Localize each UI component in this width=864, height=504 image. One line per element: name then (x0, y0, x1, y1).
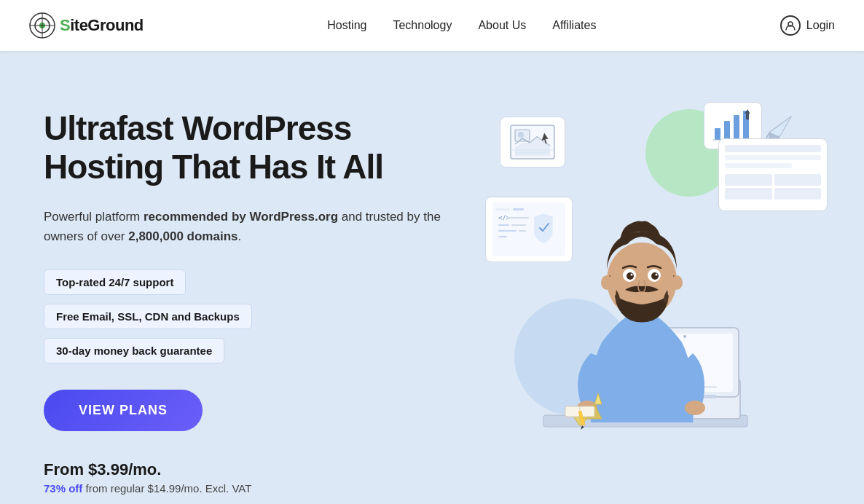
view-plans-button[interactable]: VIEW PLANS (44, 390, 203, 431)
svg-rect-22 (511, 224, 526, 226)
nav-about-us[interactable]: About Us (478, 19, 526, 32)
site-header: SiteGround Hosting Technology About Us A… (0, 0, 864, 51)
svg-rect-12 (724, 121, 730, 140)
main-nav: Hosting Technology About Us Affiliates (327, 19, 596, 32)
login-button[interactable]: Login (780, 15, 835, 36)
login-icon (780, 15, 801, 36)
svg-point-47 (685, 401, 705, 415)
logo-icon (29, 12, 55, 39)
float-card-image (500, 117, 565, 168)
illustration-container: </> (471, 95, 820, 473)
svg-point-42 (631, 274, 633, 276)
price-main: From $3.99/mo. (44, 460, 452, 479)
svg-rect-17 (495, 208, 510, 210)
svg-point-40 (627, 272, 634, 280)
person-svg (529, 168, 762, 473)
nav-hosting[interactable]: Hosting (327, 19, 366, 32)
browser-line-1 (725, 155, 821, 160)
svg-rect-18 (513, 208, 524, 210)
svg-point-41 (651, 272, 659, 280)
features-list: Top-rated 24/7 support Free Email, SSL, … (44, 269, 452, 363)
browser-block-2 (774, 174, 822, 186)
feature-badge-3: 30-day money back guarantee (44, 338, 224, 363)
pricing-info: From $3.99/mo. 73% off from regular $14.… (44, 460, 452, 495)
hero-description: Powerful platform recommended by WordPre… (44, 207, 452, 246)
svg-point-44 (601, 275, 613, 290)
nav-technology[interactable]: Technology (393, 19, 452, 32)
hero-section: Ultrafast WordPress Hosting That Has It … (0, 51, 864, 504)
svg-rect-10 (515, 151, 550, 154)
svg-point-43 (656, 274, 658, 276)
svg-rect-13 (734, 115, 739, 140)
hero-content: Ultrafast WordPress Hosting That Has It … (44, 95, 452, 495)
logo-wordmark: SiteGround (60, 16, 144, 35)
svg-point-8 (518, 132, 524, 138)
svg-rect-20 (507, 217, 529, 218)
feature-badge-1: Top-rated 24/7 support (44, 269, 186, 295)
svg-point-30 (683, 335, 686, 338)
svg-rect-21 (498, 224, 509, 226)
logo[interactable]: SiteGround (29, 12, 144, 39)
svg-rect-11 (715, 128, 720, 140)
browser-block-4 (774, 188, 822, 200)
hero-illustration: </> (471, 95, 820, 473)
nav-affiliates[interactable]: Affiliates (552, 19, 596, 32)
price-discount: 73% off (44, 482, 82, 495)
price-sub: 73% off from regular $14.99/mo. Excl. VA… (44, 482, 452, 495)
svg-point-45 (671, 275, 683, 290)
browser-bar (725, 145, 821, 152)
svg-rect-24 (519, 230, 526, 232)
hero-title: Ultrafast WordPress Hosting That Has It … (44, 109, 452, 186)
login-label: Login (806, 19, 835, 32)
svg-rect-25 (498, 236, 507, 237)
svg-rect-23 (498, 230, 517, 232)
feature-badge-2: Free Email, SSL, CDN and Backups (44, 304, 252, 329)
